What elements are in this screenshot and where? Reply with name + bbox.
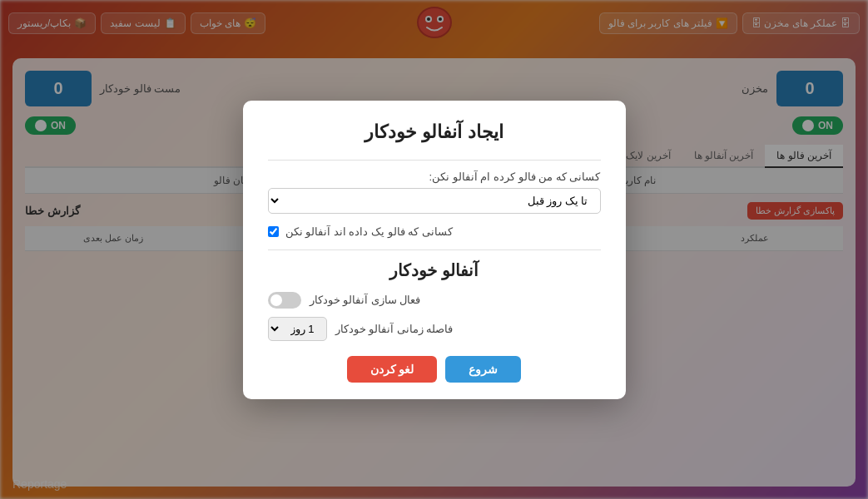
checkbox1-label: کسانی که فالو یک داده اند آنفالو نکن	[285, 225, 453, 238]
section1-label: کسانی که من فالو کرده ام آنفالو نکن:	[268, 170, 601, 183]
modal-footer: شروع لغو کردن	[268, 356, 601, 383]
modal-divider-2	[268, 250, 601, 250]
cancel-button[interactable]: لغو کردن	[347, 356, 438, 383]
interval-label: فاصله زمانی آنفالو خودکار	[335, 323, 454, 335]
start-button[interactable]: شروع	[445, 356, 521, 383]
no-unfollow-form-group: کسانی که من فالو کرده ام آنفالو نکن: تا …	[268, 170, 601, 214]
switch-row: فعال سازی آنفالو خودکار	[268, 292, 601, 309]
checkbox-row: کسانی که فالو یک داده اند آنفالو نکن	[268, 225, 601, 238]
interval-row: فاصله زمانی آنفالو خودکار 1 روز 2 روز 3 …	[268, 317, 601, 341]
days-select[interactable]: تا یک روز قبل تا دو روز قبل تا سه روز قب…	[268, 188, 601, 214]
auto-unfollow-modal: ایجاد آنفالو خودکار کسانی که من فالو کرد…	[243, 101, 626, 399]
auto-unfollow-switch[interactable]	[268, 292, 301, 309]
checkbox1-input[interactable]	[268, 226, 279, 237]
section2-title: آنفالو خودکار	[268, 260, 601, 280]
switch-slider	[268, 292, 301, 309]
interval-select[interactable]: 1 روز 2 روز 3 روز	[268, 317, 327, 341]
modal-divider-1	[268, 160, 601, 161]
switch-label: فعال سازی آنفالو خودکار	[310, 294, 421, 306]
modal-title: ایجاد آنفالو خودکار	[268, 121, 601, 143]
modal-overlay: ایجاد آنفالو خودکار کسانی که من فالو کرد…	[0, 0, 868, 499]
